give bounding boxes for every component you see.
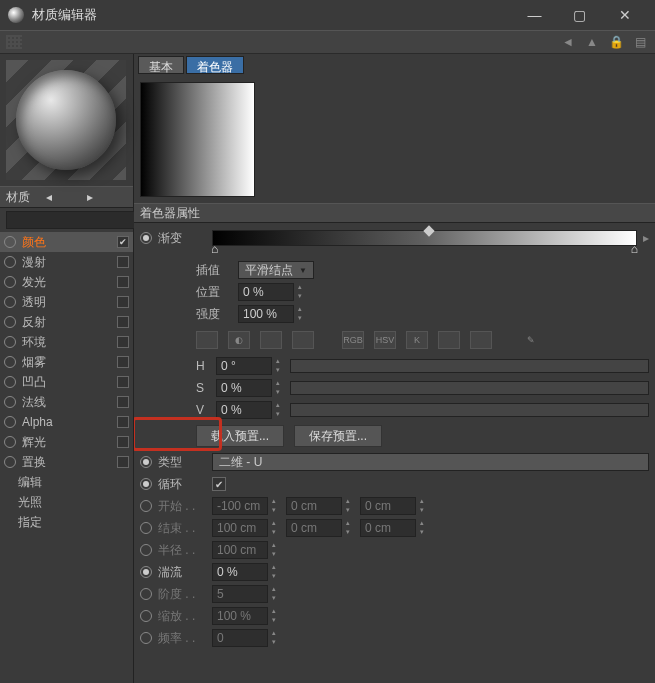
swatch-icon[interactable]: [196, 331, 218, 349]
next-material-icon[interactable]: ▸: [87, 190, 127, 204]
channel-radio[interactable]: [4, 456, 16, 468]
radius-field[interactable]: 100 cm: [212, 541, 268, 559]
gradient-handle-right[interactable]: ⌂: [631, 243, 638, 255]
start-z-field[interactable]: 0 cm: [360, 497, 416, 515]
channel-颜色[interactable]: 颜色 ✔: [0, 232, 133, 252]
freq-radio[interactable]: [140, 632, 152, 644]
eyedropper-icon[interactable]: ✎: [520, 331, 542, 349]
channel-发光[interactable]: 发光: [0, 272, 133, 292]
channel-radio[interactable]: [4, 316, 16, 328]
end-y-field[interactable]: 0 cm: [286, 519, 342, 537]
v-field[interactable]: 0 %: [216, 401, 272, 419]
channel-checkbox[interactable]: [117, 436, 129, 448]
material-preview[interactable]: [6, 60, 126, 180]
shader-preview[interactable]: [140, 82, 255, 197]
end-x-field[interactable]: 100 cm: [212, 519, 268, 537]
channel-checkbox[interactable]: [117, 256, 129, 268]
channel-radio[interactable]: [4, 356, 16, 368]
lock-icon[interactable]: 🔒: [607, 33, 625, 51]
channel-环境[interactable]: 环境: [0, 332, 133, 352]
freq-field[interactable]: 0: [212, 629, 268, 647]
close-button[interactable]: ✕: [602, 0, 647, 30]
load-preset-button[interactable]: 载入预置...: [196, 425, 284, 447]
end-z-field[interactable]: 0 cm: [360, 519, 416, 537]
channel-checkbox[interactable]: [117, 356, 129, 368]
turb-field[interactable]: 0 %: [212, 563, 268, 581]
channel-radio[interactable]: [4, 236, 16, 248]
subchannel-指定[interactable]: 指定: [0, 512, 133, 532]
channel-checkbox[interactable]: [117, 396, 129, 408]
mixer-icon[interactable]: [438, 331, 460, 349]
channel-checkbox[interactable]: [117, 456, 129, 468]
channel-radio[interactable]: [4, 256, 16, 268]
tab-basic[interactable]: 基本: [138, 56, 184, 74]
channel-漫射[interactable]: 漫射: [0, 252, 133, 272]
k-mode-icon[interactable]: K: [406, 331, 428, 349]
radius-radio[interactable]: [140, 544, 152, 556]
s-field[interactable]: 0 %: [216, 379, 272, 397]
rgb-mode-icon[interactable]: RGB: [342, 331, 364, 349]
channel-置换[interactable]: 置换: [0, 452, 133, 472]
end-radio[interactable]: [140, 522, 152, 534]
swatches-icon[interactable]: [470, 331, 492, 349]
prev-material-icon[interactable]: ◂: [46, 190, 86, 204]
channel-radio[interactable]: [4, 376, 16, 388]
scale-field[interactable]: 100 %: [212, 607, 268, 625]
gradient-expand-icon[interactable]: ▸: [643, 231, 649, 245]
channel-radio[interactable]: [4, 276, 16, 288]
channel-checkbox[interactable]: [117, 376, 129, 388]
position-field[interactable]: 0 %: [238, 283, 294, 301]
channel-辉光[interactable]: 辉光: [0, 432, 133, 452]
gradient-handle-left[interactable]: ⌂: [211, 243, 218, 255]
prev-arrow-icon[interactable]: ◄: [559, 33, 577, 51]
subchannel-光照[interactable]: 光照: [0, 492, 133, 512]
channel-radio[interactable]: [4, 336, 16, 348]
channel-反射[interactable]: 反射: [0, 312, 133, 332]
channel-法线[interactable]: 法线: [0, 392, 133, 412]
scale-radio[interactable]: [140, 610, 152, 622]
type-radio[interactable]: [140, 456, 152, 468]
minimize-button[interactable]: —: [512, 0, 557, 30]
cycle-checkbox[interactable]: ✔: [212, 477, 226, 491]
octave-radio[interactable]: [140, 588, 152, 600]
channel-凹凸[interactable]: 凹凸: [0, 372, 133, 392]
spectrum-icon[interactable]: [260, 331, 282, 349]
gradient-bar[interactable]: ⌂ ⌂: [212, 230, 637, 246]
menu-icon[interactable]: ▤: [631, 33, 649, 51]
maximize-button[interactable]: ▢: [557, 0, 602, 30]
turb-radio[interactable]: [140, 566, 152, 578]
subchannel-编辑[interactable]: 编辑: [0, 472, 133, 492]
interp-dropdown[interactable]: 平滑结点 ▼: [238, 261, 314, 279]
channel-透明[interactable]: 透明: [0, 292, 133, 312]
s-slider[interactable]: [290, 381, 649, 395]
channel-checkbox[interactable]: ✔: [117, 236, 129, 248]
start-x-field[interactable]: -100 cm: [212, 497, 268, 515]
octave-field[interactable]: 5: [212, 585, 268, 603]
h-field[interactable]: 0 °: [216, 357, 272, 375]
cycle-radio[interactable]: [140, 478, 152, 490]
channel-radio[interactable]: [4, 436, 16, 448]
hsv-mode-icon[interactable]: HSV: [374, 331, 396, 349]
channel-checkbox[interactable]: [117, 296, 129, 308]
up-arrow-icon[interactable]: ▲: [583, 33, 601, 51]
gradient-knot[interactable]: [423, 225, 434, 236]
wheel-icon[interactable]: ◐: [228, 331, 250, 349]
channel-radio[interactable]: [4, 296, 16, 308]
channel-checkbox[interactable]: [117, 316, 129, 328]
gradient-radio[interactable]: [140, 232, 152, 244]
v-slider[interactable]: [290, 403, 649, 417]
save-preset-button[interactable]: 保存预置...: [294, 425, 382, 447]
channel-checkbox[interactable]: [117, 336, 129, 348]
channel-checkbox[interactable]: [117, 276, 129, 288]
channel-烟雾[interactable]: 烟雾: [0, 352, 133, 372]
start-radio[interactable]: [140, 500, 152, 512]
channel-radio[interactable]: [4, 396, 16, 408]
tab-shader[interactable]: 着色器: [186, 56, 244, 74]
type-dropdown[interactable]: 二维 - U: [212, 453, 649, 471]
h-slider[interactable]: [290, 359, 649, 373]
channel-checkbox[interactable]: [117, 416, 129, 428]
picture-icon[interactable]: [292, 331, 314, 349]
channel-radio[interactable]: [4, 416, 16, 428]
channel-Alpha[interactable]: Alpha: [0, 412, 133, 432]
start-y-field[interactable]: 0 cm: [286, 497, 342, 515]
